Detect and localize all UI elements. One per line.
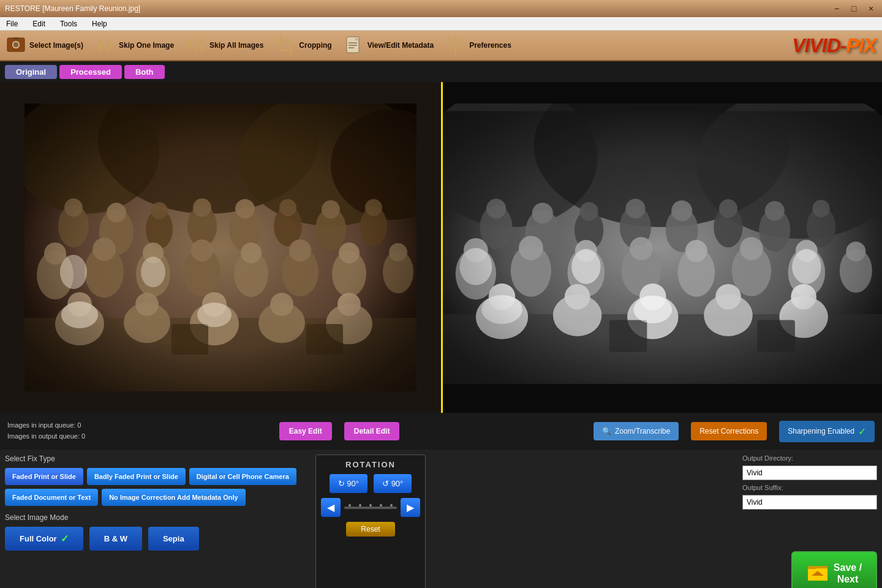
queue-info: Images in input queue: 0 Images in outpu… [7, 420, 85, 442]
svg-point-64 [197, 303, 232, 327]
save-folder-icon [807, 561, 829, 586]
menubar: File Edit Tools Help [0, 17, 882, 31]
rotation-row2: ◀ ▶ [321, 498, 420, 517]
mode-bw[interactable]: B & W [89, 527, 142, 551]
image-mode-row: Full Color ✓ B & W Sepia [5, 527, 309, 551]
fix-btn-digital[interactable]: Digital or Cell Phone Camera [189, 468, 296, 485]
checkmark-icon: ✓ [61, 533, 69, 545]
skip-all-btn[interactable]: Skip All Images [186, 36, 263, 55]
preferences-btn[interactable]: Preferences [446, 36, 511, 55]
rotation-title: ROTATION [321, 460, 420, 469]
close-button[interactable]: × [865, 4, 877, 13]
svg-rect-60 [24, 104, 417, 391]
select-images-btn[interactable]: Select Image(s) [6, 36, 83, 55]
skip-all-label: Skip All Images [209, 41, 263, 50]
easy-edit-button[interactable]: Easy Edit [279, 422, 332, 440]
zoom-icon: 🔍 [602, 427, 611, 435]
rotate-ccw-icon: ↺ [382, 479, 389, 488]
menu-edit[interactable]: Edit [29, 18, 49, 29]
output-dir-label: Output Directory: [742, 454, 877, 462]
select-images-icon [6, 36, 26, 55]
minimize-button[interactable]: − [831, 4, 843, 13]
svg-point-63 [61, 301, 98, 328]
skip-all-icon [186, 36, 206, 55]
original-button[interactable]: Original [5, 65, 57, 79]
maximize-button[interactable]: □ [848, 4, 860, 13]
image-mode-title: Select Image Mode [5, 513, 309, 522]
statusbar: Images in input queue: 0 Images in outpu… [0, 413, 882, 450]
fix-btn-document[interactable]: Faded Document or Text [5, 489, 98, 506]
bottom-panel: Select Fix Type Faded Print or Slide Bad… [0, 450, 882, 588]
rotate-ccw-button[interactable]: ↺ 90° [374, 474, 412, 493]
fix-btn-faded-print[interactable]: Faded Print or Slide [5, 468, 83, 485]
output-suffix-input[interactable] [742, 495, 877, 510]
rotation-slider-track[interactable] [344, 507, 397, 509]
sharpening-enabled-button[interactable]: Sharpening Enabled ✓ [779, 421, 875, 442]
rotate-cw-icon: ↻ [338, 479, 345, 488]
save-next-label: Save /Next [834, 562, 862, 585]
output-dir-input[interactable] [742, 466, 877, 480]
sharpening-check-icon: ✓ [858, 426, 866, 437]
fix-btn-no-correction[interactable]: No Image Correction Add Metadata Only [102, 489, 245, 506]
metadata-label: View/Edit Metadata [368, 41, 434, 50]
svg-rect-119 [441, 111, 882, 383]
output-suffix-label: Output Suffix: [742, 484, 877, 491]
titlebar: RESTORE [Maureen Family Reunion.jpg] − □… [0, 0, 882, 17]
rotation-row1: ↻ 90° ↺ 90° [321, 474, 420, 493]
fix-type-row: Faded Print or Slide Badly Faded Print o… [5, 468, 309, 506]
titlebar-controls: − □ × [831, 4, 877, 13]
svg-point-9 [453, 42, 459, 48]
right-controls: Output Directory: Output Suffix: Save /N… [742, 454, 877, 588]
vivid-pix-logo: VIVID-PIX [792, 34, 876, 57]
rotate-right-arrow-button[interactable]: ▶ [401, 498, 420, 517]
mode-sepia[interactable]: Sepia [148, 527, 199, 551]
skip-one-btn[interactable]: Skip One Image [96, 36, 174, 55]
processed-image [441, 104, 882, 391]
processed-button[interactable]: Processed [59, 65, 122, 79]
titlebar-title: RESTORE [Maureen Family Reunion.jpg] [5, 4, 140, 13]
cropping-btn[interactable]: Cropping [276, 36, 331, 55]
fix-btn-badly-faded[interactable]: Badly Faded Print or Slide [87, 468, 186, 485]
middle-spacer [432, 454, 736, 588]
skip-one-label: Skip One Image [119, 41, 174, 50]
preferences-icon [446, 36, 466, 55]
toolbar: Select Image(s) Skip One Image Skip All … [0, 31, 882, 61]
left-image-panel [0, 82, 441, 413]
menu-file[interactable]: File [2, 18, 21, 29]
logo-text: VIVID-PIX [792, 34, 876, 56]
detail-edit-button[interactable]: Detail Edit [344, 422, 400, 440]
svg-rect-3 [13, 37, 19, 40]
right-image-panel [441, 82, 882, 413]
preferences-label: Preferences [469, 41, 511, 50]
select-images-label: Select Image(s) [29, 41, 83, 50]
output-queue: Images in output queue: 0 [7, 431, 85, 442]
rotation-reset-button[interactable]: Reset [346, 522, 395, 537]
skip-one-icon [96, 36, 115, 55]
viewmode-bar: Original Processed Both [0, 61, 882, 82]
menu-tools[interactable]: Tools [56, 18, 81, 29]
left-controls: Select Fix Type Faded Print or Slide Bad… [5, 454, 309, 588]
zoom-transcribe-button[interactable]: 🔍 Zoom/Transcribe [594, 422, 679, 440]
svg-point-61 [60, 255, 87, 289]
metadata-btn[interactable]: View/Edit Metadata [344, 36, 434, 55]
fix-type-title: Select Fix Type [5, 454, 309, 463]
svg-point-62 [141, 257, 165, 287]
mode-full-color[interactable]: Full Color ✓ [5, 527, 83, 551]
rotate-cw-button[interactable]: ↻ 90° [330, 474, 368, 493]
metadata-icon [344, 36, 364, 55]
image-divider[interactable] [441, 82, 443, 413]
both-button[interactable]: Both [124, 65, 165, 79]
rotate-left-arrow-button[interactable]: ◀ [321, 498, 341, 517]
cropping-label: Cropping [299, 41, 331, 50]
rotation-panel: ROTATION ↻ 90° ↺ 90° ◀ ▶ Reset [315, 454, 426, 588]
image-area [0, 82, 882, 413]
svg-rect-122 [808, 566, 816, 569]
svg-point-2 [13, 42, 18, 47]
original-image [24, 104, 417, 391]
reset-corrections-button[interactable]: Reset Corrections [691, 422, 767, 440]
save-next-button[interactable]: Save /Next [791, 551, 877, 588]
menu-help[interactable]: Help [88, 18, 111, 29]
cropping-icon [276, 36, 295, 55]
input-queue: Images in input queue: 0 [7, 420, 85, 431]
svg-rect-4 [201, 39, 203, 51]
